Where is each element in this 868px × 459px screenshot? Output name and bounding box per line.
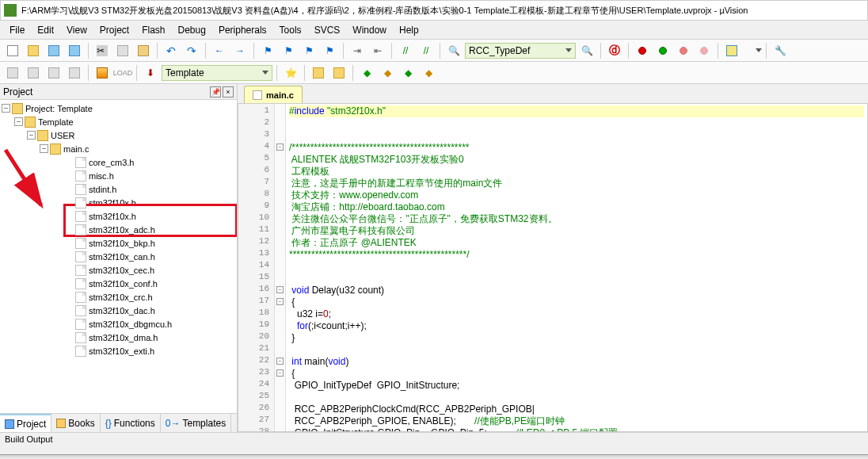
tree-item[interactable]: core_cm3.h xyxy=(2,155,235,169)
tree-collapse-icon[interactable]: − xyxy=(27,131,36,140)
fold-marker[interactable]: - xyxy=(276,298,284,305)
open-button[interactable] xyxy=(24,41,43,60)
outdent-button[interactable]: ⇤ xyxy=(368,41,387,60)
find-combo[interactable]: RCC_TypeDef xyxy=(465,43,576,59)
menu-peripherals[interactable]: Peripherals xyxy=(212,23,273,37)
toolbox-4-button[interactable]: ◆ xyxy=(419,63,438,82)
build-button[interactable] xyxy=(44,63,63,82)
menu-svcs[interactable]: SVCS xyxy=(308,23,347,37)
cut-button[interactable]: ✂ xyxy=(93,41,112,60)
window-button[interactable] xyxy=(722,41,741,60)
tree-item[interactable]: stm32f10x_cec.h xyxy=(2,263,235,277)
editor-tab-main-c[interactable]: main.c xyxy=(244,86,303,103)
tab-functions[interactable]: {}Functions xyxy=(101,414,161,432)
tab-templates[interactable]: 0→Templates xyxy=(161,414,231,432)
comment-button[interactable]: // xyxy=(396,41,415,60)
tree-item[interactable]: −main.c xyxy=(2,142,235,155)
tree-collapse-icon[interactable]: − xyxy=(40,144,48,153)
bookmark-prev-button[interactable]: ⚑ xyxy=(279,41,298,60)
breakpoint-button[interactable] xyxy=(633,41,652,60)
tab-books[interactable]: Books xyxy=(51,414,100,432)
rebuild-button[interactable] xyxy=(65,63,84,82)
menu-project[interactable]: Project xyxy=(93,23,135,37)
menu-view[interactable]: View xyxy=(60,23,93,37)
tree-item[interactable]: −Template xyxy=(2,115,235,128)
tree-item[interactable]: −USER xyxy=(2,128,235,142)
target-combo[interactable]: Template xyxy=(162,65,272,81)
file-ext-button[interactable] xyxy=(309,63,328,82)
stop-build-button[interactable]: LOAD xyxy=(113,63,132,82)
menu-window[interactable]: Window xyxy=(346,23,393,37)
folder-icon xyxy=(37,130,48,141)
breakpoint-disable-button[interactable] xyxy=(674,41,693,60)
undo-button[interactable]: ↶ xyxy=(162,41,181,60)
redo-button[interactable]: ↷ xyxy=(182,41,201,60)
fold-marker[interactable]: - xyxy=(276,286,284,293)
file-icon xyxy=(75,278,86,289)
tree-item[interactable]: stdint.h xyxy=(2,182,235,196)
toolbox-2-button[interactable]: ◆ xyxy=(378,63,397,82)
fold-gutter[interactable]: ----- xyxy=(275,104,286,431)
code-editor[interactable]: 1234567891011121314151617181920212223242… xyxy=(238,103,868,432)
paste-button[interactable] xyxy=(134,41,153,60)
uncomment-button[interactable]: // xyxy=(417,41,436,60)
breakpoint-clear-button[interactable] xyxy=(695,41,714,60)
menu-help[interactable]: Help xyxy=(393,23,425,37)
toolbox-1-button[interactable]: ◆ xyxy=(357,63,376,82)
search-button[interactable]: 🔍 xyxy=(577,41,596,60)
tree-item[interactable]: stm32f10x_dac.h xyxy=(2,304,235,317)
download-button[interactable]: ⬇ xyxy=(141,63,160,82)
fold-marker[interactable]: - xyxy=(276,143,284,151)
new-button[interactable] xyxy=(3,41,22,60)
editor-tab-label: main.c xyxy=(266,90,294,100)
tree-item[interactable]: stm32f10x_bkp.h xyxy=(2,236,235,250)
find-button[interactable]: 🔍 xyxy=(444,41,463,60)
fold-marker[interactable]: - xyxy=(276,369,284,377)
target-options-button[interactable] xyxy=(3,63,22,82)
code-content[interactable]: #include "stm32f10x.h" /****************… xyxy=(286,104,867,431)
tree-item[interactable]: stm32f10x_can.h xyxy=(2,250,235,263)
config-button[interactable]: 🔧 xyxy=(771,41,790,60)
options-button[interactable]: ⭐ xyxy=(281,63,300,82)
tree-item[interactable]: stm32f10x.h xyxy=(2,209,235,223)
menu-tools[interactable]: Tools xyxy=(273,23,308,37)
nav-fwd-button[interactable]: → xyxy=(230,41,249,60)
panel-close-button[interactable]: × xyxy=(223,86,234,98)
translate-button[interactable] xyxy=(24,63,43,82)
tree-item[interactable]: stm32f10x.h xyxy=(2,196,235,209)
tab-project[interactable]: Project xyxy=(0,414,51,432)
menu-edit[interactable]: Edit xyxy=(31,23,60,37)
save-button[interactable] xyxy=(44,41,63,60)
tree-item[interactable]: misc.h xyxy=(2,169,235,182)
tree-item[interactable]: −Project: Template xyxy=(2,101,235,115)
debug-button[interactable]: ⓓ xyxy=(605,41,624,60)
tree-item[interactable]: stm32f10x_adc.h xyxy=(2,223,235,236)
tree-collapse-icon[interactable]: − xyxy=(2,104,10,113)
save-all-button[interactable] xyxy=(65,41,84,60)
file-icon xyxy=(75,170,86,182)
tree-item[interactable]: stm32f10x_dma.h xyxy=(2,331,235,344)
indent-button[interactable]: ⇥ xyxy=(348,41,367,60)
menu-flash[interactable]: Flash xyxy=(135,23,171,37)
tree-item-label: stm32f10x_can.h xyxy=(89,252,155,262)
tree-collapse-icon[interactable]: − xyxy=(14,117,23,126)
breakpoint-enable-button[interactable] xyxy=(653,41,672,60)
tree-item[interactable]: stm32f10x_dbgmcu.h xyxy=(2,317,235,331)
bookmark-button[interactable]: ⚑ xyxy=(258,41,277,60)
bookmark-next-button[interactable]: ⚑ xyxy=(299,41,318,60)
tree-item[interactable]: stm32f10x_conf.h xyxy=(2,277,235,290)
fold-marker[interactable]: - xyxy=(276,358,284,365)
tree-item[interactable]: stm32f10x_crc.h xyxy=(2,290,235,304)
tree-item[interactable]: stm32f10x_exti.h xyxy=(2,344,235,358)
copy-button[interactable] xyxy=(113,41,132,60)
toolbox-3-button[interactable]: ◆ xyxy=(398,63,417,82)
window-arrow-button[interactable] xyxy=(743,41,762,60)
manage-button[interactable] xyxy=(329,63,348,82)
bookmark-clear-button[interactable]: ⚑ xyxy=(320,41,339,60)
batch-build-button[interactable] xyxy=(93,63,112,82)
menu-file[interactable]: File xyxy=(3,23,31,37)
panel-pin-button[interactable]: 📌 xyxy=(210,86,221,98)
project-tree[interactable]: −Project: Template−Template−USER−main.cc… xyxy=(0,100,237,413)
menu-debug[interactable]: Debug xyxy=(172,23,212,37)
nav-back-button[interactable]: ← xyxy=(210,41,229,60)
